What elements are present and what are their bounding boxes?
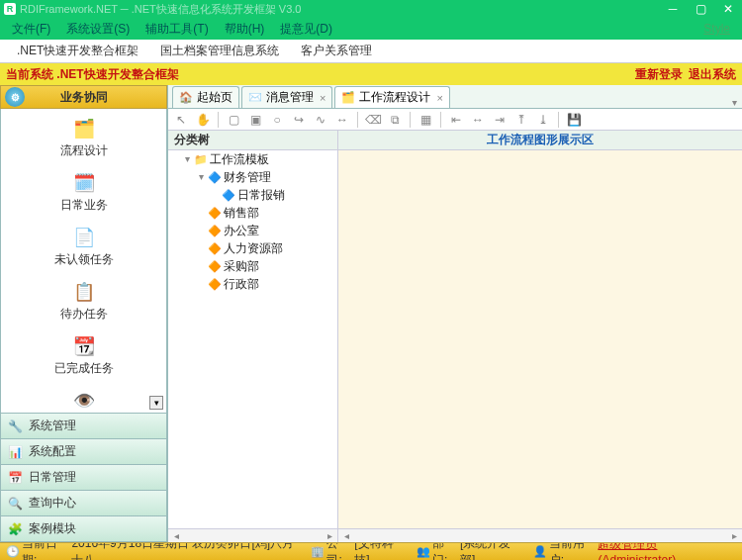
style-link[interactable]: Style bbox=[703, 22, 738, 36]
status-user-label: 当前用户: bbox=[549, 542, 595, 560]
menu-file[interactable]: 文件(F) bbox=[4, 18, 58, 40]
maximize-button[interactable]: ▢ bbox=[687, 0, 714, 18]
folder-icon: 📁 bbox=[194, 150, 208, 168]
nav-item-unclaimed[interactable]: 📄未认领任务 bbox=[54, 226, 114, 268]
tree-node-purchase[interactable]: 🔶采购部 bbox=[196, 257, 337, 275]
nav-item-done[interactable]: 📆已完成任务 bbox=[54, 334, 114, 377]
status-dept-label: 部门: bbox=[432, 542, 457, 560]
tool-align-bottom-icon[interactable]: ⤓ bbox=[534, 111, 552, 129]
tool-branch-icon[interactable]: ↪ bbox=[290, 111, 308, 129]
status-company-label: 公司: bbox=[326, 542, 350, 560]
canvas-pane: 工作流程图形展示区 ◂▸ bbox=[338, 131, 742, 542]
scroll-left-icon[interactable]: ◂ bbox=[338, 529, 354, 542]
tree-node-root[interactable]: ▾📁工作流模板 bbox=[182, 150, 337, 168]
close-icon[interactable]: × bbox=[436, 92, 442, 104]
menu-help[interactable]: 帮助(H) bbox=[217, 18, 273, 40]
config-icon: 📊 bbox=[7, 444, 23, 460]
tool-hand-icon[interactable]: ✋ bbox=[194, 111, 212, 129]
tree-node-hr[interactable]: 🔶人力资源部 bbox=[196, 239, 337, 257]
scroll-down-icon[interactable]: ▾ bbox=[149, 396, 163, 410]
scroll-left-icon[interactable]: ◂ bbox=[168, 529, 184, 542]
nav-item-pending[interactable]: 📋待办任务 bbox=[60, 280, 108, 323]
accordion-sys-config[interactable]: 📊系统配置 bbox=[0, 439, 167, 465]
process-design-icon: 🗂️ bbox=[72, 117, 96, 140]
clock-icon: 🕒 bbox=[6, 545, 20, 559]
content-area: 🏠起始页 ✉️消息管理× 🗂️工作流程设计× ▾ ↖ ✋ ▢ ▣ ○ ↪ ∿ ↔… bbox=[168, 85, 742, 542]
dept-icon: 🔷 bbox=[208, 168, 222, 186]
dept-icon: 🔶 bbox=[208, 204, 222, 222]
close-button[interactable]: ✕ bbox=[714, 0, 742, 18]
status-date: 2016年9月18日星期日 农历癸卯日[鸡]八月十八 bbox=[71, 542, 297, 560]
canvas-body[interactable] bbox=[338, 150, 742, 528]
accordion-query-center[interactable]: 🔍查询中心 bbox=[0, 491, 167, 516]
tree-pane: 分类树 ▾📁工作流模板 ▾🔷财务管理 🔷日常报销 🔶销售部 🔶 bbox=[168, 131, 338, 542]
tool-align-center-icon[interactable]: ↔ bbox=[469, 111, 487, 129]
sidebar: ⚙ 业务协同 🗂️流程设计 🗓️日常业务 📄未认领任务 📋待办任务 📆已完成任务… bbox=[0, 85, 168, 542]
tool-link-icon[interactable]: ↔ bbox=[333, 111, 351, 129]
tool-grid-icon[interactable]: ▦ bbox=[417, 111, 434, 129]
tool-align-top-icon[interactable]: ⤒ bbox=[512, 111, 530, 129]
tab-start-page[interactable]: 🏠起始页 bbox=[172, 86, 239, 108]
nav-item-process-design[interactable]: 🗂️流程设计 bbox=[60, 117, 108, 159]
accordion-case-module[interactable]: 🧩案例模块 bbox=[0, 516, 167, 542]
sys-item-archive[interactable]: 国土档案管理信息系统 bbox=[149, 42, 290, 60]
tool-circle-icon[interactable]: ○ bbox=[268, 111, 286, 129]
user-icon: 👤 bbox=[533, 545, 547, 559]
app-logo-icon: R bbox=[4, 3, 16, 15]
daily-biz-icon: 🗓️ bbox=[72, 171, 96, 195]
tab-overflow-icon[interactable]: ▾ bbox=[726, 97, 742, 108]
unclaimed-icon: 📄 bbox=[72, 226, 96, 249]
tree-node-office[interactable]: 🔶办公室 bbox=[196, 222, 337, 239]
canvas-scroll-h[interactable]: ◂▸ bbox=[338, 528, 742, 542]
tree-body[interactable]: ▾📁工作流模板 ▾🔷财务管理 🔷日常报销 🔶销售部 🔶办公室 🔶人力资源部 🔶采… bbox=[168, 150, 337, 528]
search-icon: 🔍 bbox=[7, 496, 23, 512]
sidebar-header[interactable]: ⚙ 业务协同 bbox=[0, 85, 167, 109]
accordion-daily-manage[interactable]: 📅日常管理 bbox=[0, 465, 167, 491]
tool-node-icon[interactable]: ▢ bbox=[225, 111, 242, 129]
tool-copy-icon[interactable]: ⧉ bbox=[386, 111, 404, 129]
menu-settings[interactable]: 系统设置(S) bbox=[58, 18, 138, 40]
status-dept: [系统开发部] bbox=[460, 542, 519, 560]
tree-node-sales[interactable]: 🔶销售部 bbox=[196, 204, 337, 222]
menu-bar: 文件(F) 系统设置(S) 辅助工具(T) 帮助(H) 提意见(D) Style bbox=[0, 18, 742, 40]
mail-icon: ✉️ bbox=[248, 91, 262, 105]
pending-icon: 📋 bbox=[72, 280, 96, 304]
tool-merge-icon[interactable]: ∿ bbox=[312, 111, 329, 129]
tool-node2-icon[interactable]: ▣ bbox=[246, 111, 264, 129]
exit-link[interactable]: 退出系统 bbox=[689, 66, 736, 83]
tool-pointer-icon[interactable]: ↖ bbox=[172, 111, 190, 129]
gear-icon: ⚙ bbox=[5, 87, 25, 107]
minimize-button[interactable]: ─ bbox=[659, 0, 687, 18]
tool-delete-icon[interactable]: ⌫ bbox=[364, 111, 382, 129]
menu-tools[interactable]: 辅助工具(T) bbox=[138, 18, 216, 40]
dept-icon: 🔶 bbox=[208, 222, 222, 239]
tab-message-manage[interactable]: ✉️消息管理× bbox=[241, 86, 332, 108]
system-bar: .NET快速开发整合框架 国土档案管理信息系统 客户关系管理 bbox=[0, 40, 742, 63]
tab-workflow-design[interactable]: 🗂️工作流程设计× bbox=[334, 86, 449, 108]
tool-align-right-icon[interactable]: ⇥ bbox=[491, 111, 509, 129]
relogin-link[interactable]: 重新登录 bbox=[635, 66, 683, 83]
tree-node-finance[interactable]: ▾🔷财务管理 bbox=[196, 168, 337, 186]
wrench-icon: 🔧 bbox=[7, 419, 23, 434]
tool-align-left-icon[interactable]: ⇤ bbox=[447, 111, 465, 129]
sys-item-crm[interactable]: 客户关系管理 bbox=[290, 42, 383, 60]
current-system-label: 当前系统 .NET快速开发整合框架 bbox=[6, 66, 179, 83]
nav-item-monitor[interactable]: 👁️流程监控 bbox=[60, 389, 108, 414]
dept-icon: 👥 bbox=[417, 545, 430, 559]
tree-node-admin[interactable]: 🔶行政部 bbox=[196, 275, 337, 293]
tree-node-daily-reimb[interactable]: 🔷日常报销 bbox=[210, 186, 337, 204]
scroll-right-icon[interactable]: ▸ bbox=[322, 529, 337, 542]
done-icon: 📆 bbox=[72, 334, 96, 358]
canvas-header: 工作流程图形展示区 bbox=[338, 131, 742, 150]
status-user[interactable]: 超级管理员(Administrator) bbox=[598, 542, 722, 560]
tab-bar: 🏠起始页 ✉️消息管理× 🗂️工作流程设计× ▾ bbox=[168, 85, 742, 109]
accordion-sys-manage[interactable]: 🔧系统管理 bbox=[0, 414, 167, 439]
menu-feedback[interactable]: 提意见(D) bbox=[272, 18, 340, 40]
scroll-right-icon[interactable]: ▸ bbox=[726, 529, 742, 542]
tree-scroll-h[interactable]: ◂▸ bbox=[168, 528, 337, 542]
module-icon: 🧩 bbox=[7, 521, 23, 537]
tool-save-icon[interactable]: 💾 bbox=[565, 111, 583, 129]
close-icon[interactable]: × bbox=[320, 92, 325, 104]
sys-item-framework[interactable]: .NET快速开发整合框架 bbox=[6, 42, 149, 60]
nav-item-daily-biz[interactable]: 🗓️日常业务 bbox=[60, 171, 108, 214]
